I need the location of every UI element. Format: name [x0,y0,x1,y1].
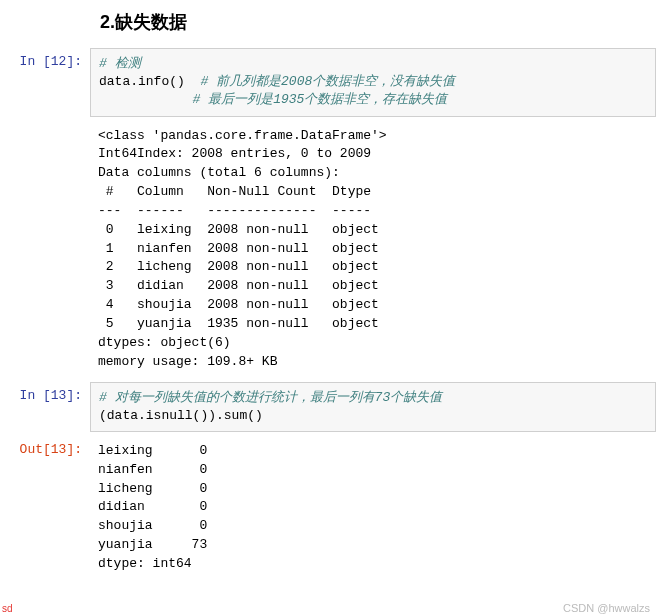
code-comment: # 最后一列是1935个数据非空，存在缺失值 [99,92,447,107]
cell-in-13: In [13]: # 对每一列缺失值的个数进行统计，最后一列有73个缺失值 (d… [0,382,656,432]
section-heading: 2.缺失数据 [0,0,656,48]
prompt-in-12: In [12]: [0,48,90,69]
code-in-13[interactable]: # 对每一列缺失值的个数进行统计，最后一列有73个缺失值 (data.isnul… [90,382,656,432]
code-comment: # 前几列都是2008个数据非空，没有缺失值 [185,74,455,89]
code-comment: # 对每一列缺失值的个数进行统计，最后一列有73个缺失值 [99,390,442,405]
cell-out-12: <class 'pandas.core.frame.DataFrame'> In… [0,121,656,378]
output-13: leixing 0 nianfen 0 licheng 0 didian 0 s… [90,436,656,580]
code-call: data.info() [99,74,185,89]
code-in-12[interactable]: # 检测 data.info() # 前几列都是2008个数据非空，没有缺失值 … [90,48,656,117]
prompt-out-13: Out[13]: [0,436,90,457]
code-line: (data.isnull()).sum() [99,408,263,423]
prompt-empty [0,121,90,127]
code-comment: # 检测 [99,56,141,71]
prompt-in-13: In [13]: [0,382,90,403]
cell-in-12: In [12]: # 检测 data.info() # 前几列都是2008个数据… [0,48,656,117]
output-12: <class 'pandas.core.frame.DataFrame'> In… [90,121,656,378]
cell-out-13: Out[13]: leixing 0 nianfen 0 licheng 0 d… [0,436,656,580]
